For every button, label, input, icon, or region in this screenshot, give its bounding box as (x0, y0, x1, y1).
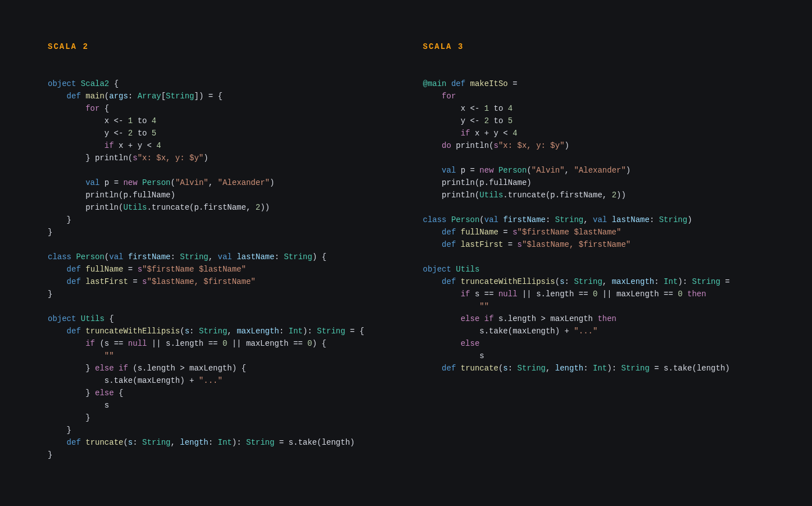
scala2-column: SCALA 2 object Scala2 { def main(args: A… (48, 40, 389, 461)
scala2-code: object Scala2 { def main(args: Array[Str… (48, 78, 389, 461)
scala3-column: SCALA 3 @main def makeItSo = for x <- 1 … (423, 40, 765, 461)
scala3-code: @main def makeItSo = for x <- 1 to 4 y <… (423, 78, 765, 374)
scala3-heading: SCALA 3 (423, 40, 765, 53)
code-comparison-columns: SCALA 2 object Scala2 { def main(args: A… (48, 40, 764, 461)
scala2-heading: SCALA 2 (48, 40, 389, 53)
